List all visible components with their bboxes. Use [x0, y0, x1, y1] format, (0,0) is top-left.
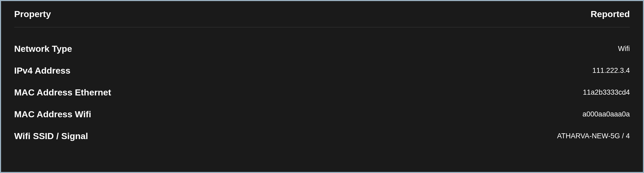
property-label: Wifi SSID / Signal: [14, 131, 88, 141]
table-row: MAC Address Ethernet 11a2b3333cd4: [14, 82, 630, 103]
property-label: Network Type: [14, 44, 72, 54]
network-properties-panel: Property Reported Network Type Wifi IPv4…: [1, 1, 643, 172]
property-value: Wifi: [618, 45, 630, 53]
table-row: MAC Address Wifi a000aa0aaa0a: [14, 103, 630, 125]
property-value: ATHARVA-NEW-5G / 4: [557, 132, 630, 140]
table-body: Network Type Wifi IPv4 Address 111.222.3…: [14, 27, 630, 147]
table-row: Network Type Wifi: [14, 38, 630, 60]
property-value: a000aa0aaa0a: [583, 110, 630, 118]
table-row: Wifi SSID / Signal ATHARVA-NEW-5G / 4: [14, 125, 630, 147]
header-property: Property: [14, 9, 51, 19]
property-value: 111.222.3.4: [592, 67, 630, 75]
property-label: IPv4 Address: [14, 65, 70, 76]
property-label: MAC Address Ethernet: [14, 87, 111, 98]
property-value: 11a2b3333cd4: [583, 88, 630, 96]
table-row: IPv4 Address 111.222.3.4: [14, 60, 630, 82]
header-reported: Reported: [591, 9, 630, 19]
property-label: MAC Address Wifi: [14, 109, 91, 119]
table-header-row: Property Reported: [14, 9, 630, 27]
